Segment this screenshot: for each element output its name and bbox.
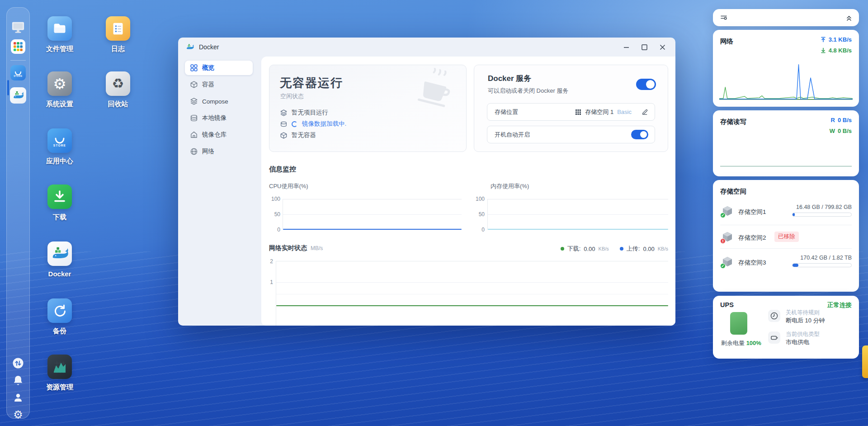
net-chart-header: 网络实时状态 MB/s [269, 244, 323, 252]
bell-icon [13, 375, 24, 387]
net-chart [276, 261, 668, 326]
desktop-app-download[interactable]: 下载 [33, 185, 87, 222]
desktop-app-recycle-bin[interactable]: ♻ 回收站 [91, 71, 145, 109]
window-sidebar: 概览 容器 Compose 本地镜像 [178, 57, 261, 326]
autostart-row: 开机自动开启 [487, 126, 655, 143]
desktop-app-files[interactable]: 文件管理 [33, 16, 87, 53]
download-arrow-icon [821, 47, 826, 53]
desktop-app-settings[interactable]: ⚙ 系统设置 [33, 71, 87, 109]
status-subtitle: 空闲状态 [280, 92, 304, 100]
app-grid-icon [11, 39, 25, 54]
net-tick-2: 2 [261, 258, 273, 265]
transfer-icon [12, 357, 24, 369]
service-subtitle: 可以启动或者关闭 Docker 服务 [488, 87, 568, 95]
close-button[interactable] [656, 41, 669, 53]
storage-grid-icon [575, 109, 581, 115]
window-main-pane: 无容器运行 空闲状态 暂无项目运行 镜像数据加载中. [261, 57, 675, 326]
desktop-app-logs[interactable]: 日志 [91, 16, 145, 53]
widget-filter-button[interactable] [719, 13, 728, 24]
autostart-label: 开机自动开启 [495, 131, 530, 139]
ups-battery-icon [730, 312, 747, 335]
hidden-widget-edge[interactable] [862, 346, 868, 378]
status-item-containers: 暂无容器 [280, 131, 316, 139]
ups-widget: UPS 正常连接 剩余电量 100% 关机等待规则 断电后 10 分钟 当前供电… [713, 296, 859, 359]
user-button[interactable] [13, 392, 24, 403]
upload-dot [620, 247, 623, 251]
taskbar-docker[interactable] [10, 87, 26, 104]
taskbar-app-store[interactable]: STORE [10, 65, 26, 80]
shutdown-rule-label: 关机等待规则 [786, 309, 820, 317]
disk-io-flatline [720, 166, 852, 166]
storage-widget: 存储空间 ✓ 存储空间1 16.48 GB / 799.82 GB ! 存储空间… [713, 180, 859, 292]
shutdown-rule-icon-wrap [768, 310, 780, 322]
loading-spinner [292, 121, 297, 127]
cpu-tick-50: 50 [267, 211, 280, 218]
disk-io-widget: 存储读写 R 0 B/s W 0 B/s [713, 110, 859, 176]
network-sparkline [719, 61, 853, 100]
notifications-button[interactable] [13, 375, 24, 387]
show-desktop-button[interactable] [11, 20, 25, 34]
taskbar: STORE [6, 7, 30, 419]
cpu-chart-title: CPU使用率(%) [269, 182, 308, 190]
sidebar-item-overview[interactable]: 概览 [185, 61, 253, 75]
images-disc-icon [190, 114, 198, 122]
storage-location-label: 存储位置 [495, 108, 518, 116]
filter-icon [719, 13, 728, 22]
download-dot [561, 247, 564, 251]
docker-whale-icon [10, 87, 26, 104]
mem-tick-100: 100 [471, 196, 485, 202]
cpu-series-line [283, 229, 462, 230]
mem-chart [487, 199, 668, 230]
docker-service-toggle[interactable] [636, 79, 656, 90]
storage-location-row: 存储位置 存储空间 1 Basic [487, 103, 655, 121]
mem-tick-50: 50 [471, 211, 485, 218]
upload-arrow-icon [821, 37, 826, 43]
net-series-line [276, 305, 668, 306]
desktop: STORE [0, 0, 868, 426]
widget-collapse-button[interactable] [844, 13, 854, 24]
sidebar-item-compose[interactable]: Compose [185, 94, 253, 109]
status-ok-badge: ✓ [720, 263, 726, 269]
disk-write-rate: W 0 B/s [830, 128, 852, 134]
desktop-app-resource-monitor[interactable]: 资源管理 [33, 355, 87, 392]
overview-grid-icon [190, 64, 198, 71]
resource-chart-icon [47, 355, 72, 379]
network-widget: 网络 3.1 KB/s 4.8 KB/s [713, 30, 859, 107]
net-legend: 下载: 0.00 KB/s 上传: 0.00 KB/s [561, 245, 668, 253]
transfer-status-button[interactable] [12, 357, 24, 369]
ups-battery-label: 剩余电量 100% [721, 339, 761, 347]
window-titlebar[interactable]: Docker [178, 38, 675, 57]
storage-widget-title: 存储空间 [720, 187, 746, 196]
net-chart-unit: MB/s [311, 245, 323, 251]
app-launcher-button[interactable] [11, 39, 25, 54]
network-download-rate: 4.8 KB/s [821, 47, 852, 54]
minimize-button[interactable] [619, 41, 633, 53]
status-error-badge: ! [720, 238, 726, 244]
monitor-icon [11, 20, 25, 34]
sidebar-item-local-images[interactable]: 本地镜像 [185, 111, 253, 125]
svg-text:STORE: STORE [53, 144, 66, 147]
storage3-progress [792, 263, 852, 267]
desktop-app-app-center[interactable]: STORE 应用中心 [33, 128, 87, 166]
edit-pencil-icon[interactable] [642, 109, 648, 115]
log-clipboard-icon [106, 16, 130, 41]
removed-badge: 已移除 [774, 232, 799, 242]
net-chart-title: 网络实时状态 [269, 244, 307, 252]
autostart-toggle[interactable] [631, 130, 648, 139]
maximize-button[interactable] [637, 41, 651, 53]
disc-icon [280, 121, 287, 128]
desktop-app-backup[interactable]: 备份 [33, 298, 87, 336]
sidebar-item-containers[interactable]: 容器 [185, 77, 253, 92]
app-store-bag-icon: STORE [47, 128, 72, 153]
sidebar-item-registry[interactable]: 镜像仓库 [185, 128, 253, 142]
settings-button[interactable]: ⚙ [13, 409, 23, 420]
power-type-icon-wrap [768, 331, 780, 344]
legend-download: 下载: 0.00 KB/s [561, 245, 609, 253]
power-type-value: 市电供电 [786, 338, 809, 346]
ups-battery-value: 100% [746, 340, 761, 346]
desktop-app-docker[interactable]: Docker [33, 241, 87, 278]
window-docker-icon [185, 43, 194, 52]
docker-whale-icon [47, 241, 72, 266]
sidebar-item-network[interactable]: 网络 [185, 144, 253, 159]
status-title: 无容器运行 [280, 75, 343, 91]
